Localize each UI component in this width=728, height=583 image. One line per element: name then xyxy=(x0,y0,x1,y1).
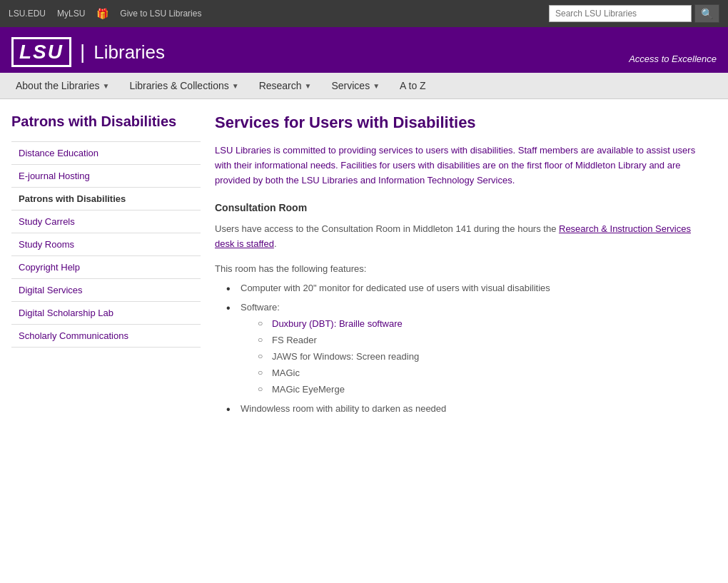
main-nav: About the Libraries ▼ Libraries & Collec… xyxy=(0,73,728,99)
bullet3-text: Windowless room with ability to darken a… xyxy=(241,403,446,414)
sidebar-link-digital-services[interactable]: Digital Services xyxy=(11,279,201,301)
logo: LSU | Libraries xyxy=(11,37,165,67)
software-list: Duxbury (DBT): Braille software FS Reade… xyxy=(241,318,702,395)
sidebar-link-patrons-disabilities[interactable]: Patrons with Disabilities xyxy=(11,188,201,210)
gift-icon: 🎁 xyxy=(96,8,108,19)
section-heading: Consultation Room xyxy=(215,202,702,213)
sidebar-link-distance-education[interactable]: Distance Education xyxy=(11,142,201,164)
list-item: Distance Education xyxy=(11,142,201,165)
sidebar-nav: Distance Education E-journal Hosting Pat… xyxy=(11,141,201,348)
chevron-down-icon: ▼ xyxy=(373,82,380,90)
site-header: LSU | Libraries Access to Excellence xyxy=(0,27,728,73)
list-item: Copyright Help xyxy=(11,256,201,279)
logo-libraries: Libraries xyxy=(93,41,165,64)
sidebar-title: Patrons with Disabilities xyxy=(11,113,201,130)
section1-body: Users have access to the Consultation Ro… xyxy=(215,222,702,252)
page-content: Patrons with Disabilities Distance Educa… xyxy=(0,99,728,437)
nav-libraries[interactable]: Libraries & Collections ▼ xyxy=(119,73,248,98)
sidebar-link-study-rooms[interactable]: Study Rooms xyxy=(11,233,201,255)
list-item: Software: Duxbury (DBT): Braille softwar… xyxy=(226,302,702,395)
nav-about[interactable]: About the Libraries ▼ xyxy=(6,73,119,98)
section1-text-part1: Users have access to the Consultation Ro… xyxy=(215,223,559,234)
magic-text: MAGic xyxy=(272,367,300,378)
list-item: MAGic EyeMerge xyxy=(258,384,702,395)
search-bar: 🔍 xyxy=(549,4,719,23)
bullet1-text: Computer with 20" monitor for dedicated … xyxy=(241,283,550,293)
sidebar-link-copyright[interactable]: Copyright Help xyxy=(11,256,201,278)
list-item: Digital Services xyxy=(11,279,201,302)
list-item: JAWS for Windows: Screen reading xyxy=(258,351,702,362)
nav-research[interactable]: Research ▼ xyxy=(249,73,322,98)
list-item: MAGic xyxy=(258,367,702,378)
sidebar-link-digital-scholarship[interactable]: Digital Scholarship Lab xyxy=(11,302,201,324)
nav-services[interactable]: Services ▼ xyxy=(321,73,390,98)
jaws-text: JAWS for Windows: Screen reading xyxy=(272,351,419,362)
list-item: Windowless room with ability to darken a… xyxy=(226,403,702,414)
top-bar: LSU.EDU MyLSU 🎁 Give to LSU Libraries 🔍 xyxy=(0,0,728,27)
page-title: Services for Users with Disabilities xyxy=(215,113,702,132)
duxbury-link[interactable]: Duxbury (DBT): Braille software xyxy=(272,318,403,329)
chevron-down-icon: ▼ xyxy=(103,82,110,90)
sidebar-link-ejournal[interactable]: E-journal Hosting xyxy=(11,165,201,187)
sidebar: Patrons with Disabilities Distance Educa… xyxy=(11,113,201,422)
fs-reader-text: FS Reader xyxy=(272,335,317,345)
list-item: Study Carrels xyxy=(11,211,201,233)
mylsu-link[interactable]: MyLSU xyxy=(57,9,85,19)
sidebar-link-scholarly-comms[interactable]: Scholarly Communications xyxy=(11,325,201,347)
list-item: Computer with 20" monitor for dedicated … xyxy=(226,283,702,293)
list-item: Patrons with Disabilities xyxy=(11,188,201,211)
logo-divider: | xyxy=(80,41,85,64)
intro-paragraph: LSU Libraries is committed to providing … xyxy=(215,143,702,188)
magic-eyemerge-text: MAGic EyeMerge xyxy=(272,384,345,395)
list-item: Study Rooms xyxy=(11,233,201,256)
list-item: Digital Scholarship Lab xyxy=(11,302,201,325)
give-link[interactable]: Give to LSU Libraries xyxy=(120,9,201,19)
lsu-edu-link[interactable]: LSU.EDU xyxy=(9,9,46,19)
software-label: Software: xyxy=(241,302,280,313)
header-tagline: Access to Excellence xyxy=(629,54,717,67)
list-item: Duxbury (DBT): Braille software xyxy=(258,318,702,329)
main-content: Services for Users with Disabilities LSU… xyxy=(201,113,717,422)
chevron-down-icon: ▼ xyxy=(305,82,312,90)
nav-atoz[interactable]: A to Z xyxy=(390,73,436,98)
search-input[interactable] xyxy=(549,5,692,22)
search-button[interactable]: 🔍 xyxy=(694,4,719,23)
list-item: FS Reader xyxy=(258,335,702,345)
features-intro: This room has the following features: xyxy=(215,263,702,274)
sidebar-link-study-carrels[interactable]: Study Carrels xyxy=(11,211,201,233)
list-item: Scholarly Communications xyxy=(11,325,201,348)
list-item: E-journal Hosting xyxy=(11,165,201,188)
chevron-down-icon: ▼ xyxy=(232,82,239,90)
features-list: Computer with 20" monitor for dedicated … xyxy=(215,283,702,414)
section1-text-part2: . xyxy=(274,238,277,249)
logo-lsu: LSU xyxy=(11,37,71,67)
